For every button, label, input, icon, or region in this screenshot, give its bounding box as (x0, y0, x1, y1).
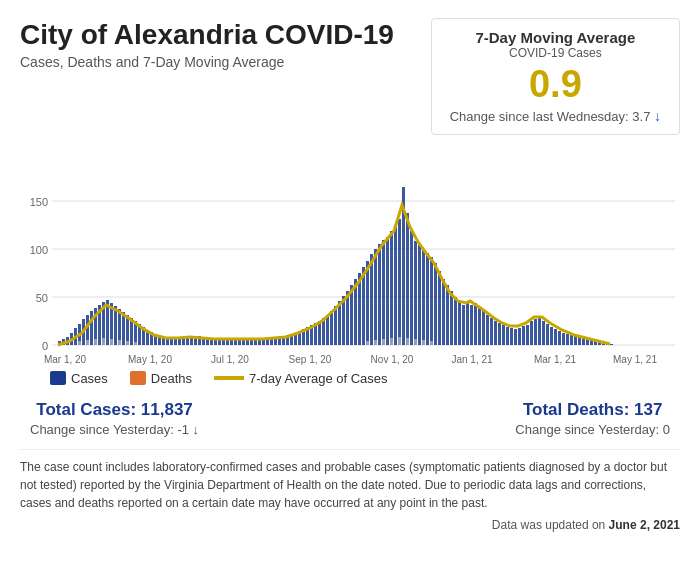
svg-rect-168 (406, 338, 409, 345)
svg-rect-135 (534, 319, 537, 345)
svg-rect-165 (382, 339, 385, 345)
legend-cases-label: Cases (71, 371, 108, 386)
svg-text:150: 150 (30, 196, 48, 208)
svg-text:May 1, 20: May 1, 20 (128, 354, 172, 365)
svg-rect-166 (390, 338, 393, 345)
svg-rect-131 (518, 328, 521, 345)
svg-rect-106 (418, 245, 421, 345)
svg-rect-97 (382, 240, 385, 345)
svg-rect-121 (478, 307, 481, 345)
svg-rect-124 (490, 318, 493, 345)
svg-text:Sep 1, 20: Sep 1, 20 (289, 354, 332, 365)
legend-avg: 7-day Average of Cases (214, 371, 388, 386)
svg-rect-143 (566, 334, 569, 345)
svg-text:Jan 1, 21: Jan 1, 21 (451, 354, 493, 365)
svg-rect-113 (446, 285, 449, 345)
chart-svg: 0 50 100 150 Mar 1, 20 May 1, 20 Jul 1, … (20, 145, 680, 365)
cases-swatch (50, 371, 66, 385)
widget-value: 0.9 (450, 64, 661, 106)
total-cases-label: Total Cases: 11,837 (30, 400, 199, 420)
widget-subtitle: COVID-19 Cases (450, 46, 661, 60)
svg-text:Nov 1, 20: Nov 1, 20 (371, 354, 414, 365)
svg-rect-99 (390, 231, 393, 345)
svg-rect-146 (578, 337, 581, 345)
svg-rect-83 (326, 315, 329, 345)
total-deaths-block: Total Deaths: 137 Change since Yesterday… (515, 400, 670, 437)
svg-rect-100 (394, 225, 397, 345)
page-subtitle: Cases, Deaths and 7-Day Moving Average (20, 54, 394, 70)
svg-rect-128 (506, 327, 509, 345)
svg-rect-126 (498, 323, 501, 345)
svg-rect-157 (94, 339, 97, 345)
svg-rect-133 (526, 325, 529, 345)
svg-rect-142 (562, 333, 565, 345)
svg-text:Mar 1, 21: Mar 1, 21 (534, 354, 577, 365)
svg-rect-171 (430, 341, 433, 345)
svg-rect-163 (366, 341, 369, 345)
svg-rect-127 (502, 325, 505, 345)
svg-rect-141 (558, 331, 561, 345)
avg-swatch (214, 376, 244, 380)
svg-rect-164 (374, 340, 377, 345)
svg-rect-137 (542, 321, 545, 345)
total-deaths-label: Total Deaths: 137 (515, 400, 670, 420)
svg-text:Mar 1, 20: Mar 1, 20 (44, 354, 87, 365)
svg-rect-119 (470, 305, 473, 345)
svg-rect-134 (530, 321, 533, 345)
svg-rect-159 (110, 339, 113, 345)
total-deaths-change: Change since Yesterday: 0 (515, 422, 670, 437)
svg-rect-136 (538, 318, 541, 345)
svg-rect-104 (410, 231, 413, 345)
svg-rect-169 (414, 339, 417, 345)
svg-text:May 1, 21: May 1, 21 (613, 354, 657, 365)
widget-change: Change since last Wednesday: 3.7 ↓ (450, 108, 661, 124)
svg-text:100: 100 (30, 244, 48, 256)
svg-text:50: 50 (36, 292, 48, 304)
svg-rect-162 (134, 342, 137, 345)
svg-rect-112 (442, 279, 445, 345)
svg-rect-170 (422, 340, 425, 345)
svg-rect-110 (434, 263, 437, 345)
legend-deaths-label: Deaths (151, 371, 192, 386)
svg-text:Jul 1, 20: Jul 1, 20 (211, 354, 249, 365)
totals-row: Total Cases: 11,837 Change since Yesterd… (20, 400, 680, 437)
svg-rect-129 (510, 328, 513, 345)
svg-rect-145 (574, 336, 577, 345)
svg-rect-24 (90, 311, 93, 345)
svg-rect-123 (486, 315, 489, 345)
svg-rect-94 (370, 254, 373, 345)
svg-rect-120 (474, 303, 477, 345)
svg-rect-160 (118, 340, 121, 345)
svg-rect-154 (610, 344, 613, 345)
svg-rect-144 (570, 335, 573, 345)
svg-rect-96 (378, 244, 381, 345)
svg-rect-114 (450, 291, 453, 345)
svg-rect-116 (458, 301, 461, 345)
svg-rect-125 (494, 321, 497, 345)
deaths-swatch (130, 371, 146, 385)
total-cases-block: Total Cases: 11,837 Change since Yesterd… (30, 400, 199, 437)
svg-rect-85 (334, 306, 337, 345)
svg-rect-156 (86, 340, 89, 345)
chart-area: 0 50 100 150 Mar 1, 20 May 1, 20 Jul 1, … (20, 145, 680, 365)
svg-rect-111 (438, 271, 441, 345)
chart-legend: Cases Deaths 7-day Average of Cases (20, 371, 680, 386)
svg-rect-161 (126, 341, 129, 345)
svg-rect-167 (398, 337, 401, 345)
svg-text:0: 0 (42, 340, 48, 352)
svg-rect-98 (386, 237, 389, 345)
update-note: Data was updated on June 2, 2021 (20, 518, 680, 532)
svg-rect-139 (550, 327, 553, 345)
disclaimer-text: The case count includes laboratory-confi… (20, 449, 680, 512)
svg-rect-130 (514, 329, 517, 345)
svg-rect-103 (406, 213, 409, 345)
legend-cases: Cases (50, 371, 108, 386)
widget-arrow-icon: ↓ (654, 108, 661, 124)
svg-rect-158 (102, 338, 105, 345)
svg-rect-132 (522, 326, 525, 345)
page-title: City of Alexandria COVID-19 (20, 18, 394, 52)
moving-average-widget: 7-Day Moving Average COVID-19 Cases 0.9 … (431, 18, 680, 135)
widget-title: 7-Day Moving Average (450, 29, 661, 46)
svg-rect-138 (546, 324, 549, 345)
svg-rect-122 (482, 311, 485, 345)
